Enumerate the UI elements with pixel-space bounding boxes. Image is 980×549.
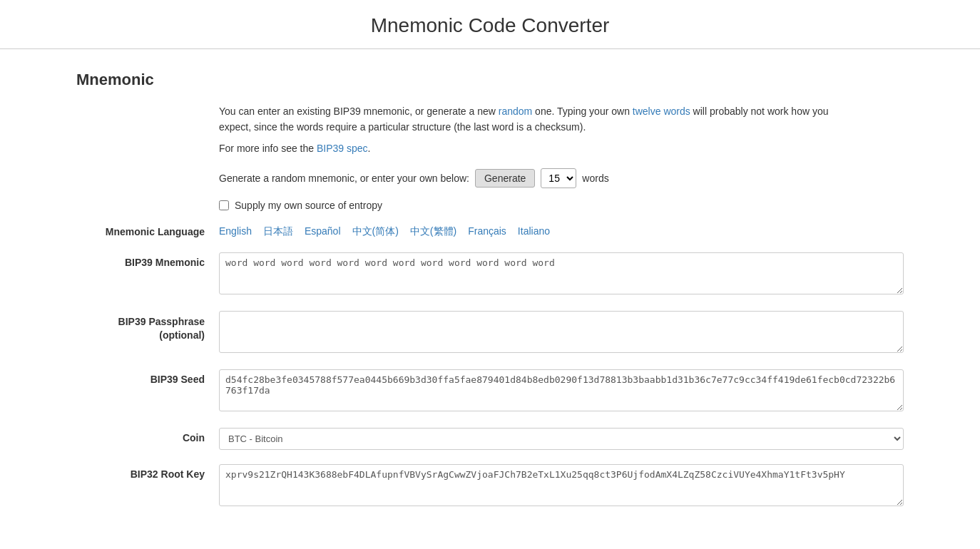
random-highlight: random bbox=[499, 106, 532, 117]
lang-japanese[interactable]: 日本語 bbox=[263, 225, 293, 238]
bip39-passphrase-row: BIP39 Passphrase (optional) bbox=[76, 311, 904, 355]
bip39-spec-link[interactable]: BIP39 spec bbox=[317, 143, 368, 154]
bip39-seed-label: BIP39 Seed bbox=[76, 369, 219, 385]
page-title-bar: Mnemonic Code Converter bbox=[0, 0, 980, 49]
lang-french[interactable]: Français bbox=[468, 225, 506, 238]
bip39-passphrase-textarea[interactable] bbox=[219, 311, 904, 353]
bip32-root-key-row: BIP32 Root Key xprv9s21ZrQH143K3688ebF4D… bbox=[76, 464, 904, 508]
bip39-mnemonic-textarea[interactable]: word word word word word word word word … bbox=[219, 252, 904, 294]
bip39-mnemonic-row: BIP39 Mnemonic word word word word word … bbox=[76, 252, 904, 297]
bip32-root-key-field: xprv9s21ZrQH143K3688ebF4DLAfupnfVBVySrAg… bbox=[219, 464, 904, 508]
bip32-root-key-label: BIP32 Root Key bbox=[76, 464, 219, 480]
lang-english[interactable]: English bbox=[219, 225, 252, 238]
entropy-checkbox[interactable] bbox=[219, 200, 229, 210]
bip39-prefix: For more info see the bbox=[219, 143, 317, 154]
description-text-1: You can enter an existing BIP39 mnemonic… bbox=[219, 103, 861, 135]
coin-select[interactable]: BTC - Bitcoin ETH - Ethereum LTC - Litec… bbox=[219, 428, 904, 450]
language-field-label: Mnemonic Language bbox=[76, 226, 219, 237]
generate-button[interactable]: Generate bbox=[475, 169, 535, 188]
coin-row: Coin BTC - Bitcoin ETH - Ethereum LTC - … bbox=[76, 428, 904, 450]
main-content: Mnemonic You can enter an existing BIP39… bbox=[62, 49, 918, 549]
bip39-seed-row: BIP39 Seed d54fc28be3fe0345788f577ea0445… bbox=[76, 369, 904, 414]
bip39-mnemonic-label: BIP39 Mnemonic bbox=[76, 252, 219, 268]
language-row: Mnemonic Language English 日本語 Español 中文… bbox=[76, 225, 904, 238]
words-label: words bbox=[582, 173, 608, 184]
lang-italian[interactable]: Italiano bbox=[518, 225, 550, 238]
twelve-words-highlight: twelve words bbox=[633, 106, 690, 117]
coin-label: Coin bbox=[76, 428, 219, 443]
word-count-select[interactable]: 3 6 9 12 15 18 21 24 bbox=[541, 168, 576, 188]
lang-spanish[interactable]: Español bbox=[305, 225, 341, 238]
section-heading: Mnemonic bbox=[76, 71, 904, 89]
mnemonic-section: Mnemonic You can enter an existing BIP39… bbox=[76, 71, 904, 508]
lang-chinese-simplified[interactable]: 中文(简体) bbox=[352, 225, 399, 238]
coin-field: BTC - Bitcoin ETH - Ethereum LTC - Litec… bbox=[219, 428, 904, 450]
bip39-mnemonic-field: word word word word word word word word … bbox=[219, 252, 904, 297]
entropy-label: Supply my own source of entropy bbox=[235, 200, 382, 211]
passphrase-label-line1: BIP39 Passphrase bbox=[118, 316, 205, 327]
bip39-passphrase-label: BIP39 Passphrase (optional) bbox=[76, 311, 219, 343]
entropy-line: Supply my own source of entropy bbox=[219, 200, 904, 211]
bip39-seed-field: d54fc28be3fe0345788f577ea0445b669b3d30ff… bbox=[219, 369, 904, 414]
page-title: Mnemonic Code Converter bbox=[0, 14, 980, 37]
bip32-root-key-textarea[interactable]: xprv9s21ZrQH143K3688ebF4DLAfupnfVBVySrAg… bbox=[219, 464, 904, 506]
bip39-seed-textarea[interactable]: d54fc28be3fe0345788f577ea0445b669b3d30ff… bbox=[219, 369, 904, 411]
description-block: You can enter an existing BIP39 mnemonic… bbox=[219, 103, 904, 211]
generate-line: Generate a random mnemonic, or enter you… bbox=[219, 168, 904, 188]
passphrase-label-line2: (optional) bbox=[159, 329, 205, 341]
generate-label: Generate a random mnemonic, or enter you… bbox=[219, 173, 469, 184]
bip39-spec-line: For more info see the BIP39 spec. bbox=[219, 143, 904, 154]
bip39-passphrase-field bbox=[219, 311, 904, 355]
lang-chinese-traditional[interactable]: 中文(繁體) bbox=[410, 225, 456, 238]
language-links: English 日本語 Español 中文(简体) 中文(繁體) França… bbox=[219, 225, 550, 238]
